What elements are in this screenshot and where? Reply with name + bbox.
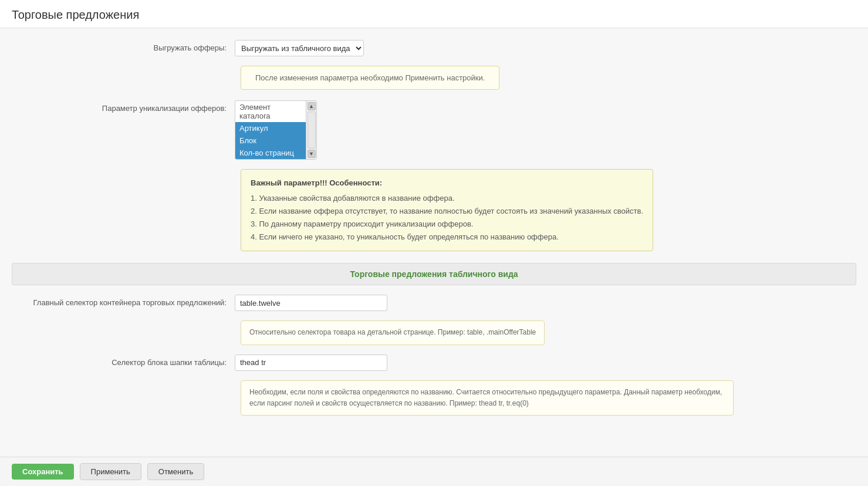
- header-selector-row: Селектор блока шапки таблицы:: [12, 355, 856, 371]
- listbox-item-catalog[interactable]: Элемент каталога: [235, 101, 306, 122]
- main-selector-hint: Относительно селектора товара на детальн…: [241, 320, 545, 345]
- export-select[interactable]: Выгружать из табличного вида Выгружать и…: [235, 40, 364, 56]
- export-label: Выгружать офферы:: [12, 40, 235, 52]
- page-header: Торговые предложения: [0, 0, 868, 28]
- apply-notice: После изменения параметра необходимо При…: [241, 66, 499, 90]
- export-row: Выгружать офферы: Выгружать из табличног…: [12, 40, 856, 56]
- listbox[interactable]: Элемент каталога Артикул Блок Кол-во стр…: [235, 100, 317, 160]
- cancel-button[interactable]: Отменить: [147, 463, 204, 480]
- listbox-item-article[interactable]: Артикул: [235, 122, 306, 134]
- listbox-item-pages[interactable]: Кол-во страниц: [235, 147, 306, 159]
- export-control: Выгружать из табличного вида Выгружать и…: [235, 40, 856, 56]
- footer-bar: Сохранить Применить Отменить: [0, 457, 868, 486]
- table-section-header: Торговые предложения табличного вида: [12, 263, 856, 285]
- unique-row: Параметр уникализации офферов: Элемент к…: [12, 100, 856, 160]
- content-area: Выгружать офферы: Выгружать из табличног…: [0, 28, 868, 457]
- important-item-4: 4. Если ничего не указано, то уникальнос…: [251, 231, 643, 244]
- important-item-1: 1. Указанные свойства добавляются в назв…: [251, 192, 643, 205]
- main-selector-label: Главный селектор контейнера торговых пре…: [12, 295, 235, 307]
- listbox-item-block[interactable]: Блок: [235, 134, 306, 147]
- listbox-scrollbar: ▲ ▼: [306, 101, 316, 159]
- apply-button[interactable]: Применить: [80, 463, 141, 480]
- header-selector-hint: Необходим, если поля и свойства определя…: [241, 380, 734, 416]
- header-selector-label: Селектор блока шапки таблицы:: [12, 355, 235, 367]
- scroll-track: [308, 112, 316, 148]
- header-selector-control: [235, 355, 856, 371]
- save-button[interactable]: Сохранить: [12, 464, 74, 480]
- listbox-control: Элемент каталога Артикул Блок Кол-во стр…: [235, 100, 856, 160]
- main-selector-input[interactable]: [235, 295, 387, 311]
- important-title: Важный параметр!!! Особенности:: [251, 177, 643, 190]
- scroll-down-arrow[interactable]: ▼: [308, 150, 316, 158]
- page-wrapper: Торговые предложения Выгружать офферы: В…: [0, 0, 868, 486]
- page-title: Торговые предложения: [12, 8, 856, 22]
- important-box: Важный параметр!!! Особенности: 1. Указа…: [241, 169, 653, 251]
- unique-label: Параметр уникализации офферов:: [12, 100, 235, 113]
- main-selector-control: [235, 295, 856, 311]
- scroll-up-arrow[interactable]: ▲: [308, 102, 316, 110]
- listbox-inner: Элемент каталога Артикул Блок Кол-во стр…: [235, 101, 306, 159]
- main-selector-row: Главный селектор контейнера торговых пре…: [12, 295, 856, 311]
- important-item-2: 2. Если название оффера отсутствует, то …: [251, 205, 643, 218]
- important-item-3: 3. По данному параметру происходит уника…: [251, 218, 643, 231]
- header-selector-input[interactable]: [235, 355, 387, 371]
